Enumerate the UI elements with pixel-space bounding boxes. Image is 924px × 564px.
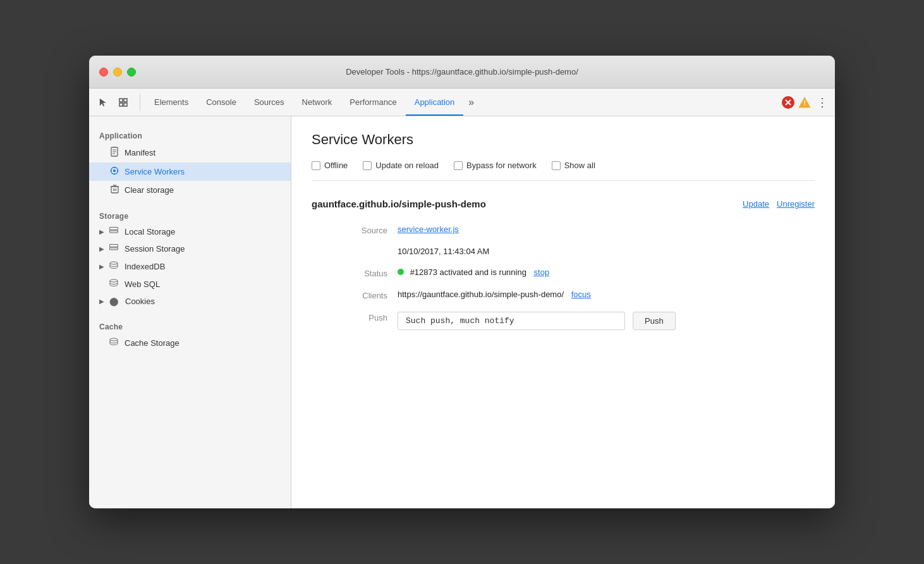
web-sql-label: Web SQL [125, 279, 160, 289]
sidebar-item-clear-storage[interactable]: Clear storage [89, 181, 291, 199]
focus-link[interactable]: focus [571, 290, 591, 299]
sw-domain-row: gauntface.github.io/simple-push-demo Upd… [312, 199, 815, 209]
traffic-lights [99, 68, 136, 77]
toolbar-icons [94, 94, 140, 111]
cursor-tool-button[interactable] [94, 94, 112, 111]
local-storage-label: Local Storage [125, 227, 175, 236]
update-link[interactable]: Update [743, 199, 769, 209]
received-value: 10/10/2017, 11:43:04 AM [398, 247, 815, 256]
show-all-label: Show all [564, 161, 595, 170]
sidebar: Application Manifest [89, 116, 291, 508]
sw-detail-grid: Source service-worker.js 10/10/2017, 11:… [337, 224, 815, 330]
clients-value: https://gauntface.github.io/simple-push-… [398, 290, 815, 300]
svg-rect-27 [110, 245, 118, 247]
svg-rect-2 [119, 103, 123, 106]
received-spacer [337, 247, 387, 256]
offline-checkbox-box[interactable] [312, 161, 320, 170]
indexeddb-label: IndexedDB [125, 262, 165, 271]
more-options-button[interactable]: ⋮ [815, 95, 830, 110]
tab-overflow-button[interactable]: » [463, 89, 479, 116]
offline-label: Offline [324, 161, 348, 170]
status-dot [398, 269, 404, 275]
warning-badge: ! [798, 96, 811, 109]
session-storage-icon [109, 244, 118, 254]
sidebar-item-session-storage[interactable]: ▶ Session Storage [89, 240, 291, 257]
sw-actions: Update Unregister [743, 199, 815, 209]
sidebar-item-manifest[interactable]: Manifest [89, 143, 291, 162]
error-badge [782, 96, 794, 109]
clients-label: Clients [337, 290, 387, 300]
source-link: service-worker.js [398, 224, 815, 235]
status-text: #12873 activated and is running [410, 267, 526, 277]
minimize-button[interactable] [113, 68, 122, 77]
maximize-button[interactable] [127, 68, 136, 77]
svg-rect-24 [110, 228, 118, 230]
source-file-link[interactable]: service-worker.js [398, 224, 459, 234]
toolbar-right: ! ⋮ [782, 95, 830, 110]
svg-point-30 [110, 262, 118, 264]
devtools-window: Developer Tools - https://gauntface.gith… [89, 56, 835, 508]
show-all-checkbox-box[interactable] [552, 161, 561, 170]
push-label: Push [337, 312, 387, 330]
checkboxes-row: Offline Update on reload Bypass for netw… [312, 161, 815, 181]
window-title: Developer Tools - https://gauntface.gith… [346, 67, 578, 77]
tab-application[interactable]: Application [406, 89, 464, 116]
service-workers-label: Service Workers [125, 167, 281, 176]
unregister-link[interactable]: Unregister [777, 199, 815, 209]
svg-text:!: ! [803, 99, 806, 107]
close-button[interactable] [99, 68, 108, 77]
update-on-reload-checkbox-box[interactable] [363, 161, 372, 170]
show-all-checkbox[interactable]: Show all [552, 161, 595, 170]
push-button[interactable]: Push [633, 312, 676, 330]
svg-rect-3 [124, 103, 127, 106]
svg-point-13 [113, 169, 116, 172]
svg-point-31 [110, 279, 118, 282]
tab-performance[interactable]: Performance [341, 89, 405, 116]
tab-console[interactable]: Console [197, 89, 245, 116]
sidebar-item-local-storage[interactable]: ▶ Local Storage [89, 223, 291, 240]
cookies-label: Cookies [125, 297, 155, 306]
web-sql-icon [109, 279, 118, 289]
update-on-reload-checkbox[interactable]: Update on reload [363, 161, 439, 170]
sidebar-item-cache-storage[interactable]: ▶ Cache Storage [89, 334, 291, 352]
sidebar-item-cookies[interactable]: ▶ ⬤ Cookies [89, 293, 291, 310]
sidebar-section-storage: Storage [89, 207, 291, 223]
content-panel: Service Workers Offline Update on reload… [291, 116, 835, 508]
sidebar-item-indexeddb[interactable]: ▶ IndexedDB [89, 257, 291, 275]
bypass-for-network-checkbox[interactable]: Bypass for network [454, 161, 537, 170]
manifest-icon [109, 147, 119, 159]
sidebar-section-application: Application [89, 126, 291, 143]
bypass-for-network-checkbox-box[interactable] [454, 161, 463, 170]
indexeddb-icon [109, 261, 118, 271]
sidebar-item-web-sql[interactable]: ▶ Web SQL [89, 275, 291, 293]
stop-link[interactable]: stop [534, 267, 550, 277]
cache-storage-icon [109, 338, 118, 348]
clients-url: https://gauntface.github.io/simple-push-… [398, 290, 564, 299]
update-on-reload-label: Update on reload [375, 161, 439, 170]
status-label: Status [337, 267, 387, 278]
sidebar-section-cache: Cache [89, 317, 291, 334]
bypass-for-network-label: Bypass for network [466, 161, 537, 170]
svg-rect-0 [119, 99, 123, 102]
status-value: #12873 activated and is running stop [398, 267, 815, 278]
session-storage-expand-icon: ▶ [99, 245, 104, 252]
tab-sources[interactable]: Sources [245, 89, 293, 116]
title-bar: Developer Tools - https://gauntface.gith… [89, 56, 835, 89]
main-content: Application Manifest [89, 116, 835, 508]
push-input[interactable] [398, 312, 625, 330]
tabs-container: Elements Console Sources Network Perform… [145, 89, 782, 116]
inspect-tool-button[interactable] [114, 94, 132, 111]
sidebar-item-service-workers[interactable]: Service Workers [89, 162, 291, 181]
toolbar: Elements Console Sources Network Perform… [89, 89, 835, 116]
offline-checkbox[interactable]: Offline [312, 161, 348, 170]
local-storage-icon [109, 227, 118, 236]
tab-network[interactable]: Network [293, 89, 341, 116]
panel-title: Service Workers [312, 132, 815, 148]
indexeddb-expand-icon: ▶ [99, 263, 104, 270]
tab-elements[interactable]: Elements [145, 89, 197, 116]
service-workers-icon [109, 166, 119, 177]
clear-storage-label: Clear storage [125, 185, 281, 195]
cache-storage-label: Cache Storage [125, 338, 179, 348]
sw-domain-text: gauntface.github.io/simple-push-demo [312, 199, 486, 209]
svg-rect-1 [124, 99, 127, 102]
